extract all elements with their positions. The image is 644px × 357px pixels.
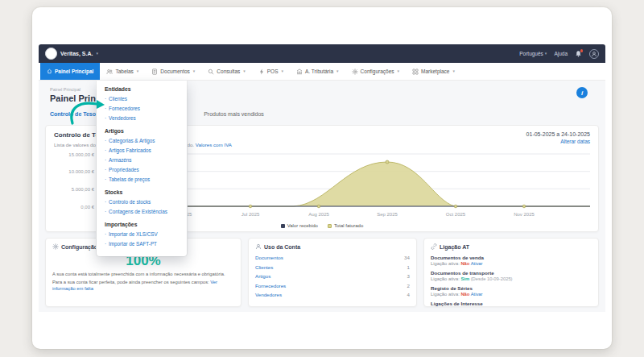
notifications-bell-icon[interactable] xyxy=(575,50,582,57)
x-axis-tick: Jul 2025 xyxy=(242,212,260,217)
at-status-value: Sim xyxy=(460,276,469,281)
usage-link-clientes[interactable]: Clientes xyxy=(255,263,273,272)
legend-valor-recebido: Valor recebido xyxy=(281,223,318,228)
usage-link-documentos[interactable]: Documentos xyxy=(255,253,283,263)
menu-item-consultas[interactable]: Consultas ▾ xyxy=(201,63,251,80)
legend-swatch xyxy=(281,224,285,228)
chevron-down-icon: ▾ xyxy=(137,69,139,73)
info-button[interactable]: i xyxy=(576,87,588,98)
dropdown-item-fornecedores[interactable]: Fornecedores xyxy=(105,104,179,114)
dropdown-section-artigos: Artigos Categorias & Artigos Artigos Fab… xyxy=(105,128,179,185)
menu-item-label: Marketplace xyxy=(421,68,449,74)
usage-value: 1 xyxy=(407,263,410,272)
menu-item-tabelas[interactable]: Tabelas ▾ xyxy=(100,63,145,80)
dropdown-item-categorias-artigos[interactable]: Categorias & Artigos xyxy=(105,136,179,146)
dropdown-item-vendedores[interactable]: Vendedores xyxy=(105,114,179,123)
perfect-text: Para a sua conta ficar perfeita, pode ai… xyxy=(52,280,209,284)
y-axis-tick: 0,00 € xyxy=(80,205,94,210)
legend-total-faturado: Total faturado xyxy=(328,223,363,228)
menu-item-label: Configurações xyxy=(361,68,394,74)
breadcrumb: Painel Principal xyxy=(50,87,80,92)
chevron-down-icon: ▾ xyxy=(545,52,547,56)
dropdown-item-tabelas-de-precos[interactable]: Tabelas de preços xyxy=(105,175,179,185)
chevron-down-icon: ▾ xyxy=(336,69,339,73)
gear-icon xyxy=(52,243,59,250)
at-card-title: Ligação AT xyxy=(440,244,469,250)
menu-item-label: Documentos xyxy=(160,68,190,74)
menu-item-documentos[interactable]: Documentos ▾ xyxy=(145,63,201,80)
dropdown-item-clientes[interactable]: Clientes xyxy=(105,94,179,104)
y-axis-tick: 5.000,00 € xyxy=(72,187,95,192)
at-status-value: Não xyxy=(460,292,469,297)
chevron-down-icon: ▾ xyxy=(243,69,246,73)
usage-value: 3 xyxy=(407,272,410,281)
at-status-label: Ligação ativa: xyxy=(431,261,460,266)
dropdown-item-importar-xls-csv[interactable]: Importar de XLS/CSV xyxy=(105,230,179,239)
people-icon xyxy=(106,68,113,75)
usage-value: 4 xyxy=(407,290,410,300)
config-complete-text: A sua conta está totalmente preenchida c… xyxy=(52,272,234,278)
at-section-name: Registo de Séries xyxy=(431,285,592,291)
x-axis-tick: Nov 2025 xyxy=(514,212,535,217)
tabelas-dropdown: Entidades Clientes Fornecedores Vendedor… xyxy=(97,81,187,256)
menu-item-pos[interactable]: POS ▾ xyxy=(252,63,290,80)
at-section-name: Documentos de transporte xyxy=(431,270,592,276)
usage-link-vendedores[interactable]: Vendedores xyxy=(255,290,282,300)
at-status-line: Ligação ativa: Não Ativar xyxy=(431,291,592,298)
usage-row: Clientes 1 xyxy=(255,263,410,272)
legend-label: Total faturado xyxy=(334,223,363,228)
gear-icon xyxy=(352,68,358,75)
dropdown-section-title: Artigos xyxy=(105,128,179,134)
usage-card: Uso da Conta Documentos 34 Clientes 1 Ar… xyxy=(248,238,417,307)
usage-row: Documentos 34 xyxy=(255,253,410,263)
account-switcher[interactable]: Veritas, S.A. ▾ xyxy=(45,48,98,60)
usage-link-fornecedores[interactable]: Fornecedores xyxy=(255,281,286,291)
dropdown-item-controlo-de-stocks[interactable]: Controlo de stocks xyxy=(105,197,179,207)
dropdown-section-title: Importações xyxy=(105,222,179,227)
usage-list: Documentos 34 Clientes 1 Artigos 3 Forne… xyxy=(249,250,416,300)
usage-row: Artigos 3 xyxy=(255,272,410,281)
grid-icon xyxy=(412,68,419,75)
menu-item-label: Tabelas xyxy=(115,68,133,74)
usage-link-artigos[interactable]: Artigos xyxy=(255,272,270,281)
dropdown-section-stocks: Stocks Controlo de stocks Contagens de E… xyxy=(105,189,179,217)
at-section-name: Documentos de venda xyxy=(431,255,592,260)
at-section-name: Ligações de Interesse xyxy=(431,301,592,306)
bank-icon xyxy=(296,68,303,75)
chevron-down-icon: ▾ xyxy=(96,52,98,56)
dropdown-item-contagens-de-existencias[interactable]: Contagens de Existências xyxy=(105,207,179,217)
app-window: Veritas, S.A. ▾ Português ▾ Ajuda xyxy=(32,7,612,349)
at-activate-link[interactable]: Ativar xyxy=(471,261,483,266)
date-range: 01-05-2025 a 24-10-2025 xyxy=(526,131,590,137)
language-selector[interactable]: Português ▾ xyxy=(519,51,547,56)
company-name: Veritas, S.A. xyxy=(60,51,93,56)
dropdown-item-artigos-fabricados[interactable]: Artigos Fabricados xyxy=(105,146,179,156)
menu-item-marketplace[interactable]: Marketplace ▾ xyxy=(406,63,461,80)
menu-item-painel-principal[interactable]: Painel Principal xyxy=(40,63,100,80)
help-link[interactable]: Ajuda xyxy=(554,51,568,56)
menu-item-configuracoes[interactable]: Configurações ▾ xyxy=(345,63,406,80)
chevron-down-icon: ▾ xyxy=(193,69,196,73)
topbar: Veritas, S.A. ▾ Português ▾ Ajuda xyxy=(39,44,605,63)
at-activate-link[interactable]: Ativar xyxy=(471,292,483,297)
legend-label: Valor recebido xyxy=(287,223,318,228)
usage-value: 34 xyxy=(404,253,410,263)
link-icon xyxy=(431,243,437,250)
dropdown-section-title: Entidades xyxy=(105,86,179,92)
dropdown-item-propriedades[interactable]: Propriedades xyxy=(105,165,179,175)
tab-produtos-mais-vendidos[interactable]: Produtos mais vendidos xyxy=(204,111,264,117)
dropdown-item-importar-saft-pt[interactable]: Importar de SAFT-PT xyxy=(105,239,179,249)
menu-item-a-tributaria[interactable]: A. Tributária ▾ xyxy=(290,63,345,80)
usage-value: 2 xyxy=(407,281,410,291)
at-status-line: Ligação ativa: Sim (Desde 10-09-2025) xyxy=(431,276,592,283)
dropdown-section-importacoes: Importações Importar de XLS/CSV Importar… xyxy=(105,222,179,249)
y-axis-tick: 10.000,00 € xyxy=(68,169,94,174)
change-dates-link[interactable]: Alterar datas xyxy=(526,139,590,144)
search-icon xyxy=(208,68,214,75)
at-status-label: Ligação ativa: xyxy=(431,276,460,281)
valores-com-iva-link[interactable]: Valores com IVA xyxy=(196,142,232,147)
user-avatar[interactable] xyxy=(589,49,599,59)
at-status-label: Ligação ativa: xyxy=(431,292,460,297)
chevron-down-icon: ▾ xyxy=(452,69,455,73)
dropdown-item-armazens[interactable]: Armazéns xyxy=(105,156,179,165)
